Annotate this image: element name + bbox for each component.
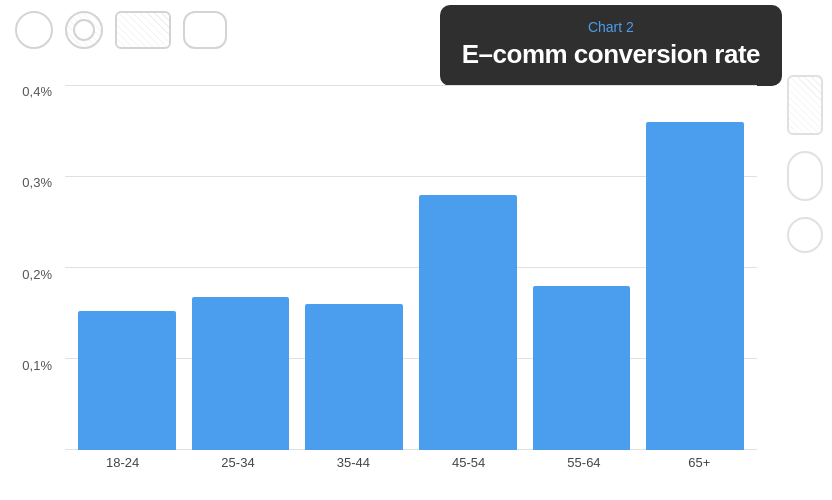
decorative-right-shapes bbox=[777, 60, 832, 440]
bar-65plus bbox=[646, 122, 744, 451]
deco-right-rect bbox=[787, 75, 823, 135]
y-label-3: 0,1% bbox=[22, 359, 52, 372]
tooltip-title: E–comm conversion rate bbox=[462, 39, 760, 70]
bar-55-64 bbox=[533, 286, 631, 450]
bar-group-25-34 bbox=[184, 85, 298, 450]
tooltip-chart-label: Chart 2 bbox=[462, 19, 760, 35]
x-label-25-34: 25-34 bbox=[180, 455, 295, 490]
x-axis: 18-24 25-34 35-44 45-54 55-64 65+ bbox=[65, 455, 757, 490]
y-label-0: 0,4% bbox=[22, 85, 52, 98]
deco-rect-rounded-lg bbox=[183, 11, 227, 49]
x-label-35-44: 35-44 bbox=[296, 455, 411, 490]
deco-rect-rounded bbox=[115, 11, 171, 49]
bar-group-55-64 bbox=[525, 85, 639, 450]
chart-tooltip: Chart 2 E–comm conversion rate bbox=[440, 5, 782, 86]
bar-35-44 bbox=[305, 304, 403, 450]
bar-group-65plus bbox=[638, 85, 752, 450]
bar-45-54 bbox=[419, 195, 517, 451]
bar-25-34 bbox=[192, 297, 290, 450]
y-label-1: 0,3% bbox=[22, 176, 52, 189]
deco-circle bbox=[15, 11, 53, 49]
deco-right-circle bbox=[787, 217, 823, 253]
x-label-65plus: 65+ bbox=[642, 455, 757, 490]
bar-18-24 bbox=[78, 311, 176, 450]
bar-group-18-24 bbox=[70, 85, 184, 450]
x-label-18-24: 18-24 bbox=[65, 455, 180, 490]
deco-right-rounded bbox=[787, 151, 823, 201]
chart-container: 0,4% 0,3% 0,2% 0,1% bbox=[0, 75, 777, 500]
y-label-2: 0,2% bbox=[22, 268, 52, 281]
x-label-55-64: 55-64 bbox=[526, 455, 641, 490]
y-axis: 0,4% 0,3% 0,2% 0,1% bbox=[0, 85, 60, 450]
bars-area bbox=[65, 85, 757, 450]
decorative-top-shapes bbox=[0, 0, 440, 60]
x-label-45-54: 45-54 bbox=[411, 455, 526, 490]
deco-donut bbox=[65, 11, 103, 49]
bar-group-35-44 bbox=[297, 85, 411, 450]
bar-group-45-54 bbox=[411, 85, 525, 450]
